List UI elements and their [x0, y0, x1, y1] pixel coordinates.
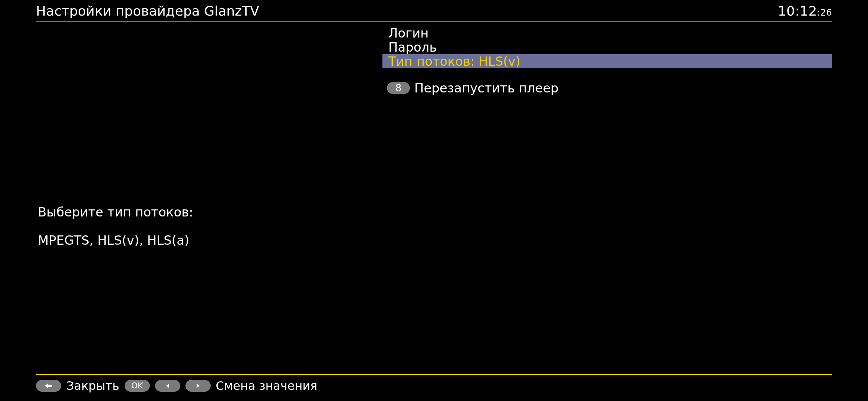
page-title: Настройки провайдера GlanzTV	[36, 4, 259, 19]
right-arrow-icon[interactable]	[185, 380, 211, 392]
menu-item-stream-type[interactable]: Тип потоков: HLS(v)	[382, 54, 832, 68]
menu-item-stream-type-prefix: Тип потоков:	[388, 54, 479, 69]
clock-main: 10:12	[778, 3, 817, 19]
menu-item-login[interactable]: Логин	[384, 26, 832, 40]
restart-player-row[interactable]: 8 Перезапустить плеер	[384, 81, 832, 95]
menu-item-stream-type-value: HLS(v)	[479, 54, 520, 69]
change-value-label: Смена значения	[216, 379, 318, 393]
restart-player-label: Перезапустить плеер	[414, 81, 559, 95]
restart-player-badge: 8	[387, 82, 410, 94]
clock: 10:12:26	[778, 4, 832, 19]
close-label: Закрыть	[66, 379, 119, 393]
back-icon[interactable]	[36, 380, 61, 392]
settings-menu: Логин Пароль Тип потоков: HLS(v) 8 Перез…	[384, 26, 832, 95]
clock-seconds: :26	[817, 7, 832, 18]
ok-button[interactable]: OK	[125, 380, 150, 392]
hint-text: Выберите тип потоков: MPEGTS, HLS(v), HL…	[38, 191, 193, 261]
footer-bar: Закрыть OK Смена значения	[36, 374, 832, 393]
hint-line1: Выберите тип потоков:	[38, 205, 193, 219]
menu-item-password[interactable]: Пароль	[384, 40, 832, 54]
hint-line2: MPEGTS, HLS(v), HLS(a)	[38, 233, 193, 247]
left-arrow-icon[interactable]	[155, 380, 180, 392]
